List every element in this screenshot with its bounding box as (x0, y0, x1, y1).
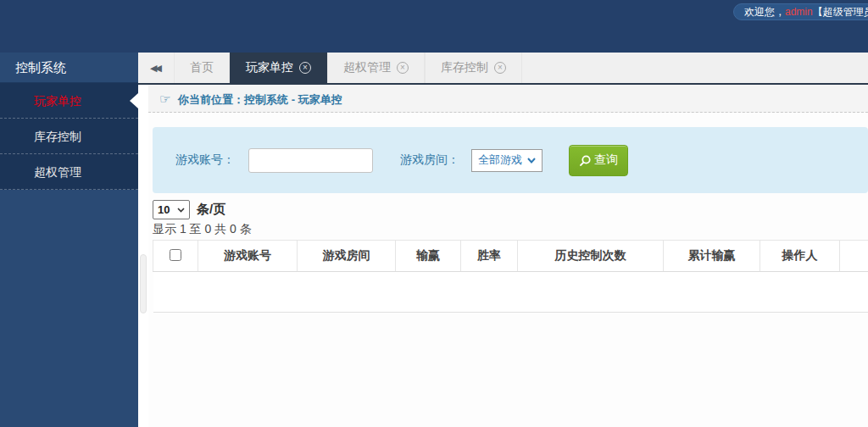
col-header-winrate: 胜率 (461, 241, 518, 272)
search-button[interactable]: 查询 (569, 145, 628, 176)
result-summary: 显示 1 至 0 共 0 条 (153, 222, 252, 237)
tab-bar: ◀◀ 首页 玩家单控 × 超权管理 × 库存控制 × (138, 53, 868, 85)
col-header-clipped (840, 241, 868, 272)
pagesize-value: 10 (158, 203, 170, 216)
col-header-winloss: 输赢 (396, 241, 461, 272)
col-header-room: 游戏房间 (298, 241, 396, 272)
tab-player-control[interactable]: 玩家单控 × (230, 53, 327, 83)
room-select-value: 全部游戏 (478, 152, 522, 168)
tab-label: 库存控制 (441, 60, 488, 75)
room-select[interactable]: 全部游戏 (471, 149, 542, 172)
select-all-checkbox[interactable] (170, 249, 181, 261)
sidebar-item-label: 超权管理 (34, 165, 81, 179)
col-header-history-count: 历史控制次数 (518, 241, 664, 272)
magnifier-icon (579, 154, 592, 167)
tab-home[interactable]: 首页 (174, 53, 230, 83)
welcome-text: 欢迎您， (744, 6, 785, 18)
close-icon[interactable]: × (299, 62, 311, 74)
close-icon[interactable]: × (494, 62, 506, 74)
search-button-label: 查询 (594, 152, 618, 168)
username: admin (785, 6, 813, 18)
sidebar: 控制系统 玩家单控 库存控制 超权管理 (0, 53, 138, 427)
account-label: 游戏账号： (175, 152, 235, 168)
tab-super-admin[interactable]: 超权管理 × (327, 53, 425, 83)
sidebar-item-player-control[interactable]: 玩家单控 (0, 83, 138, 119)
collapse-tabs-icon[interactable]: ◀◀ (138, 53, 174, 83)
content-scrollbar[interactable] (138, 85, 148, 427)
welcome-badge: 欢迎您，admin【超级管理员】 (733, 3, 868, 20)
tab-inventory-control[interactable]: 库存控制 × (425, 53, 522, 83)
pagesize-row: 10 条/页 (153, 200, 225, 219)
tab-label: 首页 (190, 60, 214, 75)
sidebar-menu: 玩家单控 库存控制 超权管理 (0, 83, 138, 190)
role-label: 【超级管理员】 (813, 6, 868, 18)
empty-table-body (153, 272, 868, 313)
active-item-arrow-icon (130, 93, 138, 108)
pointing-hand-icon: ☞ (159, 92, 170, 106)
breadcrumb: ☞ 你当前位置：控制系统 - 玩家单控 (148, 85, 868, 113)
pagesize-select[interactable]: 10 (153, 200, 190, 219)
col-header-total-winloss: 累计输赢 (664, 241, 760, 272)
room-label: 游戏房间： (400, 152, 459, 168)
chevron-down-icon (527, 158, 536, 164)
main-content: ◀◀ 首页 玩家单控 × 超权管理 × 库存控制 × ☞ 你当前位置：控制系统 … (138, 53, 868, 427)
top-header: 欢迎您，admin【超级管理员】 (0, 0, 868, 53)
select-all-cell (153, 241, 198, 272)
close-icon[interactable]: × (397, 62, 409, 74)
col-header-account: 游戏账号 (198, 241, 298, 272)
pagesize-unit-label: 条/页 (197, 202, 225, 218)
breadcrumb-text: 你当前位置：控制系统 - 玩家单控 (178, 93, 342, 106)
search-panel: 游戏账号： 游戏房间： 全部游戏 查询 (153, 127, 868, 193)
sidebar-item-inventory-control[interactable]: 库存控制 (0, 119, 138, 154)
sidebar-item-label: 玩家单控 (34, 94, 81, 108)
table-header-row: 游戏账号 游戏房间 输赢 胜率 历史控制次数 累计输赢 操作人 (153, 241, 868, 272)
sidebar-item-label: 库存控制 (34, 130, 81, 143)
tab-label: 超权管理 (343, 60, 391, 75)
sidebar-item-super-admin[interactable]: 超权管理 (0, 154, 138, 190)
scrollbar-thumb[interactable] (140, 254, 147, 313)
data-table: 游戏账号 游戏房间 输赢 胜率 历史控制次数 累计输赢 操作人 (153, 240, 868, 313)
tab-label: 玩家单控 (246, 60, 293, 75)
chevron-down-icon (177, 208, 185, 213)
sidebar-title: 控制系统 (0, 53, 138, 83)
account-input[interactable] (248, 148, 373, 173)
col-header-operator: 操作人 (760, 241, 840, 272)
